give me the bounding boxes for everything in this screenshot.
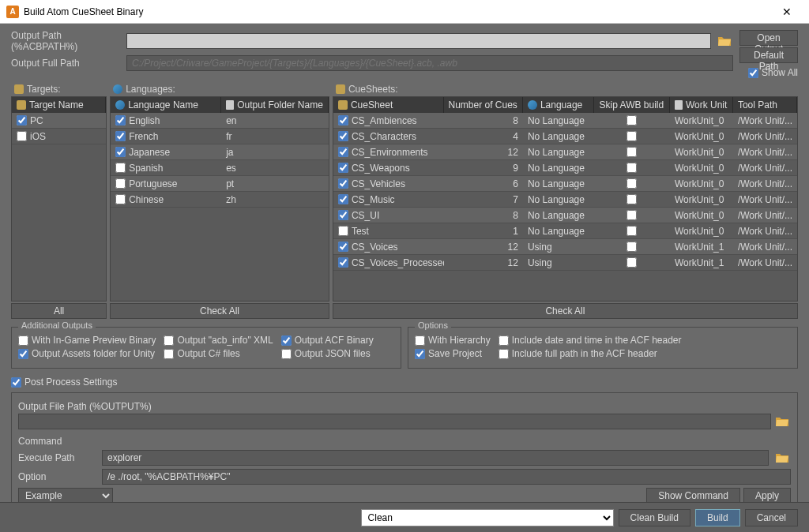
browse-output-icon[interactable] <box>716 33 733 49</box>
skip-checkbox[interactable] <box>627 226 637 236</box>
clean-build-button[interactable]: Clean Build <box>619 509 690 526</box>
browse-outputfile-icon[interactable] <box>774 414 791 429</box>
table-row[interactable]: CS_Vehicles6No LanguageWorkUnit_0/Work U… <box>333 176 797 192</box>
language-name: French <box>129 131 158 142</box>
chk-postprocess[interactable] <box>11 377 21 388</box>
cuesheet-checkbox[interactable] <box>338 178 348 189</box>
table-row[interactable]: CS_Ambiences8No LanguageWorkUnit_0/Work … <box>333 113 797 129</box>
show-command-button[interactable]: Show Command <box>646 488 740 504</box>
table-row[interactable]: iOS <box>12 129 106 144</box>
chk-unity[interactable] <box>18 349 28 359</box>
language-checkbox[interactable] <box>115 194 126 204</box>
chk-acf[interactable] <box>281 335 292 346</box>
command-label: Command <box>18 436 62 447</box>
chk-ingame[interactable] <box>18 335 28 346</box>
cuesheet-checkbox[interactable] <box>338 226 348 236</box>
cuesheet-tool: /Work Unit/... <box>738 131 792 142</box>
skip-checkbox[interactable] <box>627 242 637 252</box>
chk-acbinfo[interactable] <box>164 335 174 346</box>
target-checkbox[interactable] <box>17 131 27 141</box>
cuesheet-checkbox[interactable] <box>338 131 348 141</box>
language-name: Japanese <box>129 147 170 158</box>
skip-checkbox[interactable] <box>627 210 637 220</box>
table-row[interactable]: Frenchfr <box>111 129 329 144</box>
skip-checkbox[interactable] <box>627 163 637 173</box>
cuesheet-checkbox[interactable] <box>338 257 348 268</box>
table-row[interactable]: Test1No LanguageWorkUnit_0/Work Unit/... <box>333 223 797 239</box>
output-path-input[interactable] <box>126 33 711 49</box>
cuesheet-unit: WorkUnit_0 <box>675 178 724 189</box>
table-row[interactable]: Japaneseja <box>111 144 329 160</box>
language-checkbox[interactable] <box>115 178 126 189</box>
table-row[interactable]: Spanishes <box>111 160 329 176</box>
table-row[interactable]: Portuguesept <box>111 176 329 192</box>
table-row[interactable]: CS_UI8No LanguageWorkUnit_0/Work Unit/..… <box>333 208 797 223</box>
chk-save[interactable] <box>415 349 425 359</box>
table-row[interactable]: Englishen <box>111 113 329 129</box>
chk-hierarchy[interactable] <box>415 335 425 346</box>
cuesheets-checkall-button[interactable]: Check All <box>333 303 798 319</box>
languages-checkall-button[interactable]: Check All <box>110 303 329 319</box>
cuesheet-checkbox[interactable] <box>338 115 348 126</box>
outputfile-input[interactable] <box>18 414 771 429</box>
default-path-button[interactable]: Default Path <box>739 47 798 63</box>
cuesheet-checkbox[interactable] <box>338 147 348 157</box>
table-row[interactable]: CS_Characters4No LanguageWorkUnit_0/Work… <box>333 129 797 144</box>
chk-fullpath[interactable] <box>499 349 509 359</box>
cuesheet-name: CS_UI <box>352 210 379 221</box>
cuesheets-icon <box>336 84 345 94</box>
language-checkbox[interactable] <box>115 115 126 126</box>
cuesheet-unit: WorkUnit_0 <box>675 131 724 142</box>
browse-exec-icon[interactable] <box>773 450 791 466</box>
chk-csharp[interactable] <box>164 349 174 359</box>
chk-json[interactable] <box>281 349 292 359</box>
cuesheet-unit: WorkUnit_1 <box>675 257 724 268</box>
execpath-label: Execute Path <box>18 452 97 463</box>
language-folder: fr <box>226 131 231 142</box>
show-all-label: Show All <box>762 67 798 78</box>
language-checkbox[interactable] <box>115 131 126 141</box>
cuesheet-lang: Using <box>528 257 552 268</box>
option-input[interactable] <box>102 469 791 485</box>
cuesheet-tool: /Work Unit/... <box>738 163 792 174</box>
table-row[interactable]: CS_Voices_Processed12UsingWorkUnit_1/Wor… <box>333 255 797 271</box>
cuesheet-count: 12 <box>508 257 518 268</box>
skip-checkbox[interactable] <box>627 178 637 189</box>
cuesheet-checkbox[interactable] <box>338 210 348 220</box>
cuesheet-checkbox[interactable] <box>338 194 348 204</box>
cancel-button[interactable]: Cancel <box>745 509 798 526</box>
show-all-checkbox[interactable] <box>748 68 758 78</box>
cuesheet-checkbox[interactable] <box>338 242 348 252</box>
fullpath-input[interactable] <box>126 55 733 71</box>
skip-checkbox[interactable] <box>627 147 637 157</box>
close-icon[interactable]: ✕ <box>771 6 803 18</box>
skip-checkbox[interactable] <box>627 257 637 268</box>
cuesheet-name: CS_Voices <box>352 242 398 253</box>
chk-datetime[interactable] <box>499 335 509 346</box>
table-row[interactable]: PC <box>12 113 106 129</box>
build-button[interactable]: Build <box>695 509 740 526</box>
table-row[interactable]: CS_Environments12No LanguageWorkUnit_0/W… <box>333 144 797 160</box>
table-row[interactable]: CS_Weapons9No LanguageWorkUnit_0/Work Un… <box>333 160 797 176</box>
cue-header-skip: Skip AWB build <box>600 99 664 111</box>
open-output-button[interactable]: Open Output <box>739 30 798 46</box>
targets-all-button[interactable]: All <box>11 303 107 319</box>
lbl-fullpath: Include full path in the ACF header <box>512 348 657 359</box>
execpath-input[interactable] <box>102 450 769 466</box>
cuesheet-tool: /Work Unit/... <box>738 147 792 158</box>
skip-checkbox[interactable] <box>627 131 637 141</box>
cuesheet-checkbox[interactable] <box>338 163 348 173</box>
skip-checkbox[interactable] <box>627 194 637 204</box>
language-checkbox[interactable] <box>115 163 126 173</box>
skip-checkbox[interactable] <box>627 115 637 126</box>
table-row[interactable]: Chinesezh <box>111 192 329 208</box>
apply-button[interactable]: Apply <box>743 488 791 504</box>
table-row[interactable]: CS_Voices12UsingWorkUnit_1/Work Unit/... <box>333 239 797 255</box>
cuesheet-unit: WorkUnit_0 <box>675 226 724 237</box>
clean-select[interactable]: Clean <box>361 509 614 526</box>
target-checkbox[interactable] <box>17 115 27 126</box>
table-row[interactable]: CS_Music7No LanguageWorkUnit_0/Work Unit… <box>333 192 797 208</box>
cuesheet-name: CS_Vehicles <box>352 178 405 189</box>
example-select[interactable]: Example <box>18 488 113 504</box>
language-checkbox[interactable] <box>115 147 126 157</box>
